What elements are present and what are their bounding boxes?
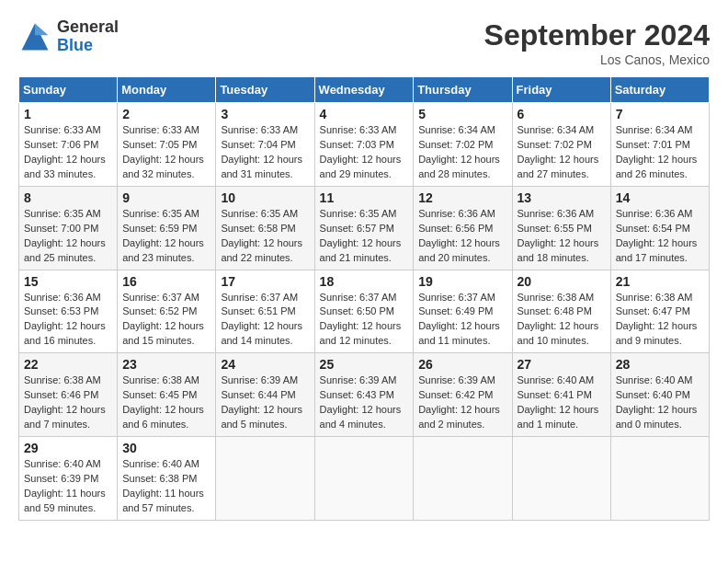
day-number: 18: [320, 274, 409, 289]
day-number: 20: [518, 274, 606, 289]
day-cell-12: 12Sunrise: 6:36 AMSunset: 6:56 PMDayligh…: [414, 186, 512, 270]
logo: General Blue: [18, 18, 119, 55]
day-info: Sunrise: 6:40 AMSunset: 6:41 PMDaylight:…: [518, 373, 606, 432]
day-number: 2: [122, 107, 210, 121]
logo-blue: Blue: [57, 36, 93, 54]
day-cell-2: 2Sunrise: 6:33 AMSunset: 7:05 PMDaylight…: [118, 103, 216, 187]
day-number: 7: [616, 107, 704, 121]
calendar-table: SundayMondayTuesdayWednesdayThursdayFrid…: [18, 76, 710, 521]
day-number: 17: [221, 274, 309, 289]
day-number: 22: [24, 357, 112, 372]
col-header-tuesday: Tuesday: [216, 77, 314, 103]
calendar-week-4: 22Sunrise: 6:38 AMSunset: 6:46 PMDayligh…: [19, 353, 710, 437]
day-cell-19: 19Sunrise: 6:37 AMSunset: 6:49 PMDayligh…: [414, 270, 512, 353]
day-number: 25: [320, 357, 409, 372]
col-header-monday: Monday: [118, 77, 216, 103]
day-number: 28: [616, 357, 704, 372]
day-number: 1: [24, 107, 112, 121]
empty-cell: [314, 437, 414, 521]
day-cell-30: 30Sunrise: 6:40 AMSunset: 6:38 PMDayligh…: [118, 437, 216, 521]
svg-marker-1: [35, 23, 48, 35]
day-info: Sunrise: 6:33 AMSunset: 7:05 PMDaylight:…: [122, 123, 210, 182]
day-info: Sunrise: 6:40 AMSunset: 6:39 PMDaylight:…: [24, 457, 112, 516]
day-info: Sunrise: 6:34 AMSunset: 7:02 PMDaylight:…: [418, 123, 506, 182]
day-info: Sunrise: 6:36 AMSunset: 6:53 PMDaylight:…: [24, 291, 112, 350]
day-info: Sunrise: 6:38 AMSunset: 6:45 PMDaylight:…: [122, 373, 210, 432]
calendar-week-3: 15Sunrise: 6:36 AMSunset: 6:53 PMDayligh…: [19, 270, 710, 353]
day-info: Sunrise: 6:37 AMSunset: 6:50 PMDaylight:…: [320, 291, 409, 350]
day-info: Sunrise: 6:38 AMSunset: 6:48 PMDaylight:…: [518, 291, 606, 350]
day-number: 6: [518, 107, 606, 121]
day-info: Sunrise: 6:39 AMSunset: 6:44 PMDaylight:…: [221, 373, 309, 432]
col-header-saturday: Saturday: [610, 77, 709, 103]
day-info: Sunrise: 6:35 AMSunset: 6:58 PMDaylight:…: [221, 207, 309, 266]
day-info: Sunrise: 6:37 AMSunset: 6:49 PMDaylight:…: [418, 291, 506, 350]
col-header-wednesday: Wednesday: [314, 77, 414, 103]
day-cell-24: 24Sunrise: 6:39 AMSunset: 6:44 PMDayligh…: [216, 353, 314, 437]
day-info: Sunrise: 6:36 AMSunset: 6:55 PMDaylight:…: [518, 207, 606, 266]
logo-icon: [18, 20, 51, 53]
day-cell-26: 26Sunrise: 6:39 AMSunset: 6:42 PMDayligh…: [414, 353, 512, 437]
day-number: 21: [616, 274, 704, 289]
day-info: Sunrise: 6:37 AMSunset: 6:51 PMDaylight:…: [221, 291, 309, 350]
col-header-thursday: Thursday: [414, 77, 512, 103]
day-cell-10: 10Sunrise: 6:35 AMSunset: 6:58 PMDayligh…: [216, 186, 314, 270]
day-number: 5: [418, 107, 506, 121]
day-cell-29: 29Sunrise: 6:40 AMSunset: 6:39 PMDayligh…: [19, 437, 118, 521]
day-cell-28: 28Sunrise: 6:40 AMSunset: 6:40 PMDayligh…: [610, 353, 709, 437]
day-number: 13: [518, 190, 606, 205]
day-number: 10: [221, 190, 309, 205]
day-cell-27: 27Sunrise: 6:40 AMSunset: 6:41 PMDayligh…: [512, 353, 610, 437]
day-number: 3: [221, 107, 309, 121]
calendar-week-5: 29Sunrise: 6:40 AMSunset: 6:39 PMDayligh…: [19, 437, 710, 521]
day-info: Sunrise: 6:36 AMSunset: 6:56 PMDaylight:…: [418, 207, 506, 266]
calendar-week-2: 8Sunrise: 6:35 AMSunset: 7:00 PMDaylight…: [19, 186, 710, 270]
day-number: 12: [418, 190, 506, 205]
day-info: Sunrise: 6:35 AMSunset: 6:57 PMDaylight:…: [320, 207, 409, 266]
day-number: 14: [616, 190, 704, 205]
day-info: Sunrise: 6:33 AMSunset: 7:03 PMDaylight:…: [320, 123, 409, 182]
day-cell-7: 7Sunrise: 6:34 AMSunset: 7:01 PMDaylight…: [610, 103, 709, 187]
location: Los Canos, Mexico: [484, 52, 710, 67]
day-cell-23: 23Sunrise: 6:38 AMSunset: 6:45 PMDayligh…: [118, 353, 216, 437]
day-cell-11: 11Sunrise: 6:35 AMSunset: 6:57 PMDayligh…: [314, 186, 414, 270]
day-cell-20: 20Sunrise: 6:38 AMSunset: 6:48 PMDayligh…: [512, 270, 610, 353]
day-cell-16: 16Sunrise: 6:37 AMSunset: 6:52 PMDayligh…: [118, 270, 216, 353]
day-info: Sunrise: 6:39 AMSunset: 6:42 PMDaylight:…: [418, 373, 506, 432]
day-info: Sunrise: 6:40 AMSunset: 6:38 PMDaylight:…: [122, 457, 210, 516]
day-cell-22: 22Sunrise: 6:38 AMSunset: 6:46 PMDayligh…: [19, 353, 118, 437]
day-cell-8: 8Sunrise: 6:35 AMSunset: 7:00 PMDaylight…: [19, 186, 118, 270]
day-cell-6: 6Sunrise: 6:34 AMSunset: 7:02 PMDaylight…: [512, 103, 610, 187]
day-number: 8: [24, 190, 112, 205]
day-cell-17: 17Sunrise: 6:37 AMSunset: 6:51 PMDayligh…: [216, 270, 314, 353]
day-info: Sunrise: 6:35 AMSunset: 7:00 PMDaylight:…: [24, 207, 112, 266]
day-number: 29: [24, 441, 112, 455]
day-cell-18: 18Sunrise: 6:37 AMSunset: 6:50 PMDayligh…: [314, 270, 414, 353]
month-title: September 2024: [484, 18, 710, 52]
day-info: Sunrise: 6:39 AMSunset: 6:43 PMDaylight:…: [320, 373, 409, 432]
day-number: 4: [320, 107, 409, 121]
title-block: September 2024 Los Canos, Mexico: [484, 18, 710, 67]
empty-cell: [414, 437, 512, 521]
logo-general: General: [57, 17, 119, 36]
day-cell-21: 21Sunrise: 6:38 AMSunset: 6:47 PMDayligh…: [610, 270, 709, 353]
calendar-week-1: 1Sunrise: 6:33 AMSunset: 7:06 PMDaylight…: [19, 103, 710, 187]
day-cell-4: 4Sunrise: 6:33 AMSunset: 7:03 PMDaylight…: [314, 103, 414, 187]
day-number: 11: [320, 190, 409, 205]
empty-cell: [512, 437, 610, 521]
empty-cell: [216, 437, 314, 521]
col-header-friday: Friday: [512, 77, 610, 103]
day-cell-3: 3Sunrise: 6:33 AMSunset: 7:04 PMDaylight…: [216, 103, 314, 187]
day-info: Sunrise: 6:40 AMSunset: 6:40 PMDaylight:…: [616, 373, 704, 432]
day-cell-1: 1Sunrise: 6:33 AMSunset: 7:06 PMDaylight…: [19, 103, 118, 187]
day-info: Sunrise: 6:37 AMSunset: 6:52 PMDaylight:…: [122, 291, 210, 350]
day-number: 27: [518, 357, 606, 372]
day-number: 16: [122, 274, 210, 289]
day-cell-9: 9Sunrise: 6:35 AMSunset: 6:59 PMDaylight…: [118, 186, 216, 270]
day-cell-15: 15Sunrise: 6:36 AMSunset: 6:53 PMDayligh…: [19, 270, 118, 353]
day-cell-5: 5Sunrise: 6:34 AMSunset: 7:02 PMDaylight…: [414, 103, 512, 187]
day-number: 15: [24, 274, 112, 289]
page-header: General Blue September 2024 Los Canos, M…: [18, 18, 710, 67]
day-number: 9: [122, 190, 210, 205]
day-info: Sunrise: 6:38 AMSunset: 6:47 PMDaylight:…: [616, 291, 704, 350]
